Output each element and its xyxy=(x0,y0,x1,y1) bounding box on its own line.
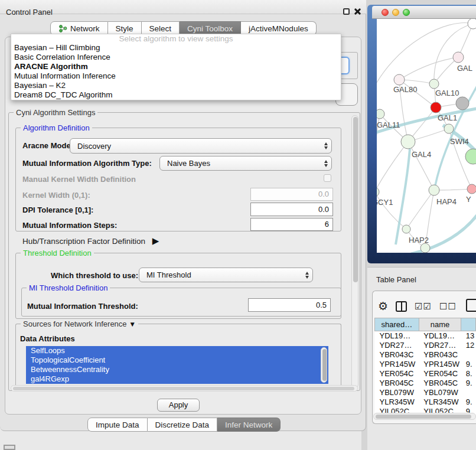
column-header[interactable]: name xyxy=(419,318,461,331)
attributes-vscroll-thumb[interactable] xyxy=(322,349,327,381)
network-edge[interactable] xyxy=(377,142,408,192)
table-row[interactable]: YBL079WYBL079W xyxy=(375,388,476,397)
table-row[interactable]: YDL19…YDL19…13 xyxy=(375,331,476,341)
network-node[interactable] xyxy=(429,185,439,195)
table-cell: 8. xyxy=(461,369,476,379)
node-label: HAP2 xyxy=(409,236,429,244)
mi-type-combobox[interactable]: Naive Bayes xyxy=(159,156,332,171)
control-panel-titlebar[interactable] xyxy=(0,0,366,14)
dropdown-item[interactable]: Mutual Information Inference xyxy=(11,71,341,81)
manual-kernel-checkbox[interactable] xyxy=(324,174,331,182)
table-hscroll-thumb[interactable] xyxy=(376,415,471,419)
data-attributes-label: Data Attributes xyxy=(20,334,75,343)
apply-button[interactable]: Apply xyxy=(157,399,200,412)
attributes-vertical-scrollbar[interactable] xyxy=(321,347,327,383)
dropdown-item[interactable]: Dream8 DC_TDC Algorithm xyxy=(11,90,341,100)
mi-steps-field[interactable]: 6 xyxy=(250,218,333,231)
network-node[interactable] xyxy=(377,109,384,119)
network-node[interactable] xyxy=(377,187,379,197)
network-node[interactable] xyxy=(468,19,476,29)
node-label: SWI4 xyxy=(450,137,469,146)
mi-type-label: Mutual Information Algorithm Type: xyxy=(22,159,152,168)
dpi-tolerance-label: DPI Tolerance [0,1]: xyxy=(22,206,93,214)
network-node[interactable] xyxy=(456,97,469,110)
threshold-definition-title: Threshold Definition xyxy=(21,249,94,257)
network-edge[interactable] xyxy=(406,190,434,229)
table-function-icon[interactable] xyxy=(466,299,476,312)
table-row[interactable]: YPR145WYPR145W9. xyxy=(375,360,476,369)
close-panel-icon[interactable] xyxy=(354,8,360,15)
table-row[interactable]: YBR045CYBR045C9. xyxy=(375,379,476,388)
table-row[interactable]: YER054CYER054C8. xyxy=(375,369,476,379)
mi-threshold-label: Mutual Information Threshold: xyxy=(27,302,138,311)
tab-infer-network[interactable]: Infer Network xyxy=(217,418,281,432)
settings-horizontal-scrollbar[interactable] xyxy=(11,385,358,392)
network-node[interactable] xyxy=(402,225,410,233)
gear-icon[interactable]: ⚙ xyxy=(378,300,388,313)
table-row[interactable]: YDR27…YDR27…12 xyxy=(375,341,476,350)
zoom-traffic-light-icon[interactable] xyxy=(403,9,410,16)
network-node[interactable] xyxy=(453,52,464,63)
network-node[interactable] xyxy=(431,102,441,113)
dpi-tolerance-field[interactable]: 0.0 xyxy=(250,203,333,216)
dropdown-item[interactable]: Bayesian – Hill Climbing xyxy=(11,43,341,53)
table-toolbar: ⚙ ☑☑ ☐☐ xyxy=(378,298,476,315)
table-horizontal-scrollbar[interactable] xyxy=(373,413,476,420)
column-header[interactable]: shared… xyxy=(375,318,419,331)
table-cell: YLR345W xyxy=(375,397,419,407)
attribute-list-item[interactable]: gal4RGexp xyxy=(26,374,328,384)
node-label: GAL4 xyxy=(412,150,431,159)
table-cell: YBL079W xyxy=(419,388,461,397)
cyni-bottom-tabs: Impute DataDiscretize DataInfer Network xyxy=(87,418,281,432)
settings-vscroll-thumb[interactable] xyxy=(353,117,358,282)
table-cell: YBR043C xyxy=(419,350,461,360)
network-node[interactable] xyxy=(420,243,430,253)
minimize-traffic-light-icon[interactable] xyxy=(392,9,399,16)
table-cell: YBL079W xyxy=(375,388,419,397)
network-node[interactable] xyxy=(429,79,439,89)
attribute-list-item[interactable]: SelfLoops xyxy=(26,346,328,356)
network-node[interactable] xyxy=(465,149,476,164)
close-traffic-light-icon[interactable] xyxy=(382,9,389,16)
network-edge[interactable] xyxy=(399,57,458,80)
float-window-icon[interactable] xyxy=(343,8,350,15)
combo-arrows-icon xyxy=(324,156,328,170)
network-node[interactable] xyxy=(401,135,415,149)
dropdown-item[interactable]: Basic Correlation Inference xyxy=(11,53,341,62)
deselect-all-checkboxes-icon[interactable]: ☐☐ xyxy=(439,301,457,312)
network-node[interactable] xyxy=(444,124,454,133)
show-columns-icon[interactable] xyxy=(396,301,407,312)
select-all-checkboxes-icon[interactable]: ☑☑ xyxy=(415,301,432,312)
network-node[interactable] xyxy=(467,184,476,194)
attribute-list-item[interactable]: BetweennessCentrality xyxy=(26,365,328,374)
network-icon xyxy=(58,24,67,32)
node-attribute-table[interactable]: shared…name YDL19…YDL19…13YDR27…YDR27…12… xyxy=(374,318,476,416)
network-edge[interactable] xyxy=(408,142,434,190)
dropdown-item[interactable]: ARACNE Algorithm xyxy=(11,62,341,71)
network-canvas[interactable]: GALGAL80GAL10GAL1GAL11SWI4GAL4GCY1HAP4YH… xyxy=(377,19,476,253)
network-edge[interactable] xyxy=(434,189,472,190)
attribute-list-item[interactable]: TopologicalCoefficient xyxy=(26,356,328,365)
node-label: Y xyxy=(466,195,471,204)
dropdown-item[interactable]: Bayesian – K2 xyxy=(11,81,341,90)
table-row[interactable]: YLR345WYLR345W9. xyxy=(375,397,476,407)
network-edge[interactable] xyxy=(434,24,473,84)
settings-vertical-scrollbar[interactable] xyxy=(351,115,358,388)
kernel-width-field[interactable]: 0.0 xyxy=(250,188,333,201)
hub-definition-expander[interactable]: Hub/Transcription Factor Definition ▶ xyxy=(22,236,159,246)
tab-discretize-data[interactable]: Discretize Data xyxy=(148,418,218,432)
tab-impute-data[interactable]: Impute Data xyxy=(87,418,148,432)
aracne-mode-combobox[interactable]: Discovery xyxy=(70,138,332,154)
column-header[interactable] xyxy=(461,318,476,331)
sources-group-title[interactable]: Sources for Network Inference ▼ xyxy=(21,319,138,328)
table-cell: YER054C xyxy=(375,369,419,379)
network-node[interactable] xyxy=(394,74,405,85)
mi-threshold-field[interactable]: 0.5 xyxy=(248,298,331,312)
data-attributes-list[interactable]: SelfLoopsTopologicalCoefficientBetweenne… xyxy=(26,346,328,384)
docked-panel-icon[interactable] xyxy=(4,445,15,450)
settings-hscroll-thumb[interactable] xyxy=(13,387,354,390)
combo-arrows-icon xyxy=(305,268,309,282)
which-threshold-combobox[interactable]: MI Threshold xyxy=(139,268,313,282)
node-label: GAL xyxy=(457,64,472,73)
table-row[interactable]: YBR043CYBR043C xyxy=(375,350,476,360)
